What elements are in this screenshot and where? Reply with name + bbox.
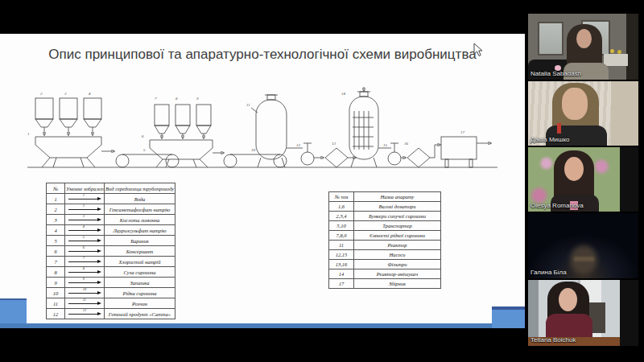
participant-name: Olesya Romanova <box>530 202 584 209</box>
pipe-symbol: 4 <box>66 226 103 234</box>
filter-1 <box>325 148 348 167</box>
table-row: 12,15 Насоси <box>329 250 441 260</box>
arrow-icon <box>97 260 101 263</box>
apparatus-callout: 7 <box>155 97 157 101</box>
arrow-icon <box>97 218 101 221</box>
table-header-row: № позНазва апарату <box>329 192 441 202</box>
pipe-symbol: 6 <box>66 247 103 255</box>
participant-tile[interactable]: Olesya Romanova <box>528 147 638 212</box>
table-row: 7 7 Хлористий натрій <box>47 257 175 267</box>
conveyor-1 <box>116 154 179 167</box>
row-number: 9 <box>47 278 65 288</box>
table-row: 13,16 Фільтри <box>329 260 441 269</box>
row-number: 7 <box>47 257 65 267</box>
pipe-symbol: 5 <box>66 237 103 245</box>
column-header: Умовне зображення <box>65 183 105 194</box>
apparatus-name: Реактор <box>354 241 441 250</box>
medium-name: Хлористий натрій <box>105 257 175 267</box>
participant-name: Галина Біла <box>530 269 567 276</box>
participant-tile[interactable]: Даша Мишко <box>528 81 638 146</box>
apparatus-name: Збірник <box>354 279 441 289</box>
medium-name: Консервант <box>105 246 175 257</box>
liquid-vessels <box>155 105 211 138</box>
pipe-symbol: 8 <box>66 268 103 276</box>
slide-accent-strip <box>0 323 525 328</box>
weigher-2 <box>150 140 213 167</box>
column-header: № поз <box>329 192 354 202</box>
apparatus-callout: 15 <box>383 143 388 147</box>
apparatus-position: 2,3,4 <box>329 212 354 221</box>
medium-name: Барвник <box>105 236 175 246</box>
table-row: 10 10 Рідка сировина <box>47 288 175 298</box>
pipe-symbol: 11 <box>66 299 103 307</box>
participant-tile[interactable]: Tetiana Boichuk <box>528 280 638 346</box>
mouse-cursor-icon <box>473 43 483 57</box>
medium-name: Лаурилсульфат натрію <box>105 225 175 236</box>
pipe-symbol: 1 <box>66 195 103 203</box>
participant-tile[interactable]: Галина Біла <box>528 213 638 278</box>
filter-2 <box>407 148 430 167</box>
pipeline-media-table: №Умовне зображенняВид середовища трубопр… <box>46 183 175 319</box>
reactor-mixer <box>349 87 378 167</box>
apparatus-callout: 11 <box>246 103 250 107</box>
shared-slide: Опис принципової та апаратурно-технологі… <box>0 34 525 328</box>
apparatus-name: Бункери сипучої сировини <box>354 212 441 221</box>
pipe-symbol: 9 <box>66 278 103 286</box>
apparatus-callout: 4 <box>89 92 91 96</box>
row-number: 5 <box>47 236 65 246</box>
pump-2 <box>388 143 401 165</box>
table-row: 1,6 Вагові дозатори <box>329 202 441 212</box>
bulk-hoppers <box>35 98 101 135</box>
row-number: 4 <box>47 225 65 236</box>
participant-name: Natalia Sabadash <box>530 70 581 77</box>
arrow-icon <box>97 197 101 200</box>
row-number: 3 <box>47 215 65 225</box>
apparatus-callout: 2 <box>40 92 43 96</box>
medium-name: Кислота лимонна <box>105 215 175 225</box>
glasses <box>574 257 594 261</box>
participants-panel: Natalia Sabadash Даша Мишко Olesya Roman… <box>525 0 644 362</box>
apparatus-callout: 17 <box>460 130 465 134</box>
apparatus-name: Транспортер <box>354 221 441 231</box>
pipe-symbol: 12 <box>66 310 103 318</box>
arrow-icon <box>97 312 101 315</box>
medium-name: Готовий продукт «Сатта» <box>105 309 175 319</box>
apparatus-callout: 1 <box>27 132 30 136</box>
table-header-row: №Умовне зображенняВид середовища трубопр… <box>47 183 175 194</box>
table-row: 5,10 Транспортер <box>329 221 441 231</box>
row-number: 6 <box>47 246 65 257</box>
table-row: 4 4 Лаурилсульфат натрію <box>47 225 175 236</box>
table-row: 2 2 Гексаметафосфат натрію <box>47 204 175 215</box>
column-header: Назва апарату <box>354 192 441 202</box>
table-row: 6 6 Консервант <box>47 246 175 257</box>
medium-name: Суха сировина <box>105 267 175 278</box>
row-number: 12 <box>47 309 65 319</box>
medium-name: Розчин <box>105 298 175 309</box>
reactor-tank <box>251 95 287 167</box>
apparatus-position: 14 <box>329 269 354 279</box>
apparatus-position: 13,16 <box>329 260 354 269</box>
table-row: 2,3,4 Бункери сипучої сировини <box>329 212 441 221</box>
pipe-symbol: 7 <box>66 257 103 265</box>
medium-name: Гексаметафосфат натрію <box>105 204 175 215</box>
participant-tile[interactable]: Natalia Sabadash <box>528 14 638 80</box>
table-row: 5 5 Барвник <box>47 236 175 246</box>
apparatus-callout: 5 <box>143 148 146 152</box>
row-number: 8 <box>47 267 65 278</box>
conveyor-2 <box>224 154 287 167</box>
table-row: 12 12 Готовий продукт «Сатта» <box>47 309 175 319</box>
apparatus-name: Фільтри <box>354 260 441 269</box>
table-row: 17 Збірник <box>329 279 441 289</box>
zoom-meeting-window: Опис принципової та апаратурно-технологі… <box>0 0 644 362</box>
slide-title: Опис принципової та апаратурно-технологі… <box>0 47 525 63</box>
table-row: 11 11 Розчин <box>47 298 175 309</box>
apparatus-name: Насоси <box>354 250 441 260</box>
arrow-icon <box>97 270 101 274</box>
process-flow-diagram: 2341578961011121314151617 <box>21 87 504 182</box>
pump-1 <box>301 143 314 165</box>
arrow-icon <box>97 228 101 232</box>
arrow-icon <box>97 302 101 305</box>
pipe-symbol: 2 <box>66 205 103 213</box>
apparatus-callout: 6 <box>142 134 144 138</box>
arrow-icon <box>97 291 101 294</box>
